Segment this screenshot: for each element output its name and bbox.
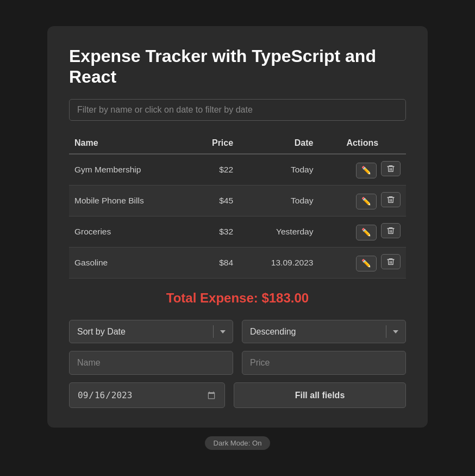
price-input[interactable] <box>242 351 406 375</box>
row-name: Groceries <box>69 217 190 248</box>
name-input[interactable] <box>69 351 233 375</box>
col-header-name: Name <box>69 134 190 154</box>
row-price: $22 <box>190 154 239 186</box>
row-name: Gasoline <box>69 248 190 279</box>
pencil-icon: ✏️ <box>361 259 371 268</box>
controls-row: Sort by DateSort by NameSort by Price De… <box>69 320 406 343</box>
date-input-wrapper <box>69 382 225 408</box>
trash-icon <box>386 226 395 235</box>
table-row: Mobile Phone Bills $45 Today ✏️ <box>69 186 406 217</box>
trash-icon <box>386 195 395 204</box>
col-header-price: Price <box>190 134 239 154</box>
order-select[interactable]: DescendingAscending <box>242 320 406 343</box>
row-date: Today <box>239 154 318 186</box>
delete-button[interactable] <box>381 223 401 238</box>
row-actions: ✏️ <box>319 186 407 217</box>
row-price: $84 <box>190 248 239 279</box>
edit-button[interactable]: ✏️ <box>356 256 377 271</box>
row-price: $32 <box>190 217 239 248</box>
delete-button[interactable] <box>381 161 401 176</box>
table-row: Gasoline $84 13.09.2023 ✏️ <box>69 248 406 279</box>
filter-input[interactable] <box>69 99 406 121</box>
row-name: Mobile Phone Bills <box>69 186 190 217</box>
bottom-row: Fill all fields <box>69 382 406 408</box>
expense-table: Name Price Date Actions Gym Membership $… <box>69 134 406 279</box>
col-header-actions: Actions <box>319 134 407 154</box>
app-title: Expense Tracker with TypeScript and Reac… <box>69 46 406 88</box>
sort-select[interactable]: Sort by DateSort by NameSort by Price <box>69 320 233 343</box>
table-row: Groceries $32 Yesterday ✏️ <box>69 217 406 248</box>
expense-tracker-card: Expense Tracker with TypeScript and Reac… <box>47 26 428 428</box>
row-date: 13.09.2023 <box>239 248 318 279</box>
date-input[interactable] <box>69 382 225 408</box>
trash-icon <box>386 257 395 266</box>
submit-button[interactable]: Fill all fields <box>234 382 406 408</box>
col-header-date: Date <box>239 134 318 154</box>
edit-button[interactable]: ✏️ <box>356 163 377 178</box>
trash-icon <box>386 164 395 173</box>
delete-button[interactable] <box>381 254 401 269</box>
row-actions: ✏️ <box>319 154 407 186</box>
total-expense: Total Expense: $183.00 <box>69 290 406 306</box>
table-row: Gym Membership $22 Today ✏️ <box>69 154 406 186</box>
sort-select-wrapper: Sort by DateSort by NameSort by Price <box>69 320 233 343</box>
dark-mode-badge: Dark Mode: On <box>205 436 271 450</box>
delete-button[interactable] <box>381 192 401 207</box>
row-actions: ✏️ <box>319 217 407 248</box>
edit-button[interactable]: ✏️ <box>356 194 377 209</box>
order-select-wrapper: DescendingAscending <box>242 320 406 343</box>
pencil-icon: ✏️ <box>361 197 371 206</box>
row-date: Today <box>239 186 318 217</box>
row-price: $45 <box>190 186 239 217</box>
inputs-row <box>69 351 406 375</box>
row-actions: ✏️ <box>319 248 407 279</box>
pencil-icon: ✏️ <box>361 228 371 237</box>
row-date: Yesterday <box>239 217 318 248</box>
row-name: Gym Membership <box>69 154 190 186</box>
edit-button[interactable]: ✏️ <box>356 225 377 240</box>
pencil-icon: ✏️ <box>361 166 371 175</box>
